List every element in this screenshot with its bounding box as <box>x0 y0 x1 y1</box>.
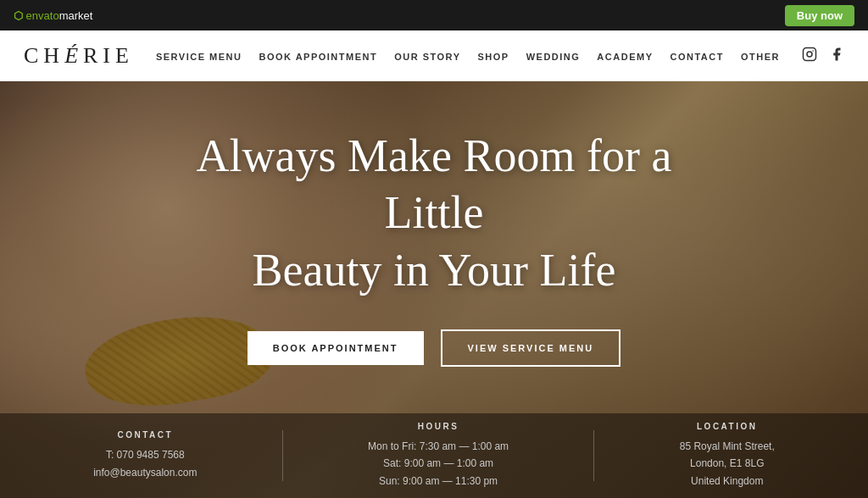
info-contact: CONTACT T: 070 9485 7568 info@beautysalo… <box>93 430 197 481</box>
hero-section: Always Make Room for a Little Beauty in … <box>0 81 868 498</box>
nav-link-contact[interactable]: CONTACT <box>670 52 723 62</box>
nav-link-book-appointment[interactable]: BOOK APPOINTMENT <box>259 52 377 62</box>
envato-bar: ⬡ envato market Buy now <box>0 0 868 30</box>
hero-title-line2: Beauty in Your Life <box>253 245 616 296</box>
hours-heading: HOURS <box>368 422 509 431</box>
nav-item-academy[interactable]: ACADEMY <box>597 48 653 64</box>
book-appointment-button[interactable]: BOOK APPOINTMENT <box>248 331 424 365</box>
nav-link-our-story[interactable]: OUR STORY <box>394 52 460 62</box>
contact-phone: T: 070 9485 7568 <box>93 446 197 463</box>
hours-line3: Sun: 9:00 am — 11:30 pm <box>368 473 509 490</box>
envato-icon: ⬡ <box>14 9 23 22</box>
location-line3: United Kingdom <box>680 473 775 490</box>
brand-logo: CHÉRIE <box>24 43 134 69</box>
location-line1: 85 Royal Mint Street, <box>680 438 775 455</box>
instagram-icon[interactable] <box>802 47 817 65</box>
buy-now-button[interactable]: Buy now <box>785 5 854 26</box>
info-bar: CONTACT T: 070 9485 7568 info@beautysalo… <box>0 413 868 498</box>
nav-link-wedding[interactable]: WEDDING <box>526 52 581 62</box>
view-service-menu-button[interactable]: VIEW SERVICE MENU <box>441 329 621 367</box>
facebook-icon[interactable] <box>829 47 844 65</box>
nav-link-service-menu[interactable]: SERVICE MENU <box>156 52 242 62</box>
nav-item-shop[interactable]: SHOP <box>478 48 509 64</box>
divider-1 <box>282 430 283 481</box>
nav-link-shop[interactable]: SHOP <box>478 52 509 62</box>
location-heading: LOCATION <box>680 422 775 431</box>
nav-item-contact[interactable]: CONTACT <box>670 48 723 64</box>
contact-heading: CONTACT <box>93 430 197 440</box>
envato-market: market <box>59 9 93 22</box>
divider-2 <box>593 430 594 481</box>
hero-title: Always Make Room for a Little Beauty in … <box>171 128 697 300</box>
nav-social <box>802 47 844 65</box>
hours-line2: Sat: 9:00 am — 1:00 am <box>368 455 509 472</box>
svg-rect-0 <box>803 47 815 60</box>
navbar: CHÉRIE SERVICE MENU BOOK APPOINTMENT OUR… <box>0 30 868 81</box>
envato-brand: envato <box>23 9 59 22</box>
hero-title-line1: Always Make Room for a Little <box>197 130 672 239</box>
envato-logo: ⬡ envato market <box>14 9 92 22</box>
nav-link-academy[interactable]: ACADEMY <box>597 52 653 62</box>
nav-item-service-menu[interactable]: SERVICE MENU <box>156 48 242 64</box>
info-hours: HOURS Mon to Fri: 7:30 am — 1:00 am Sat:… <box>368 422 509 490</box>
nav-item-our-story[interactable]: OUR STORY <box>394 48 460 64</box>
svg-point-1 <box>807 52 812 57</box>
nav-item-other[interactable]: OTHER <box>741 48 780 64</box>
hours-line1: Mon to Fri: 7:30 am — 1:00 am <box>368 438 509 455</box>
hero-buttons: BOOK APPOINTMENT VIEW SERVICE MENU <box>248 329 620 367</box>
location-line2: London, E1 8LG <box>680 455 775 472</box>
nav-link-other[interactable]: OTHER <box>741 52 780 62</box>
nav-links: SERVICE MENU BOOK APPOINTMENT OUR STORY … <box>156 48 780 64</box>
info-location: LOCATION 85 Royal Mint Street, London, E… <box>680 422 775 490</box>
svg-point-2 <box>812 50 814 52</box>
contact-email: info@beautysalon.com <box>93 464 197 481</box>
nav-item-book-appointment[interactable]: BOOK APPOINTMENT <box>259 48 377 64</box>
nav-item-wedding[interactable]: WEDDING <box>526 48 581 64</box>
